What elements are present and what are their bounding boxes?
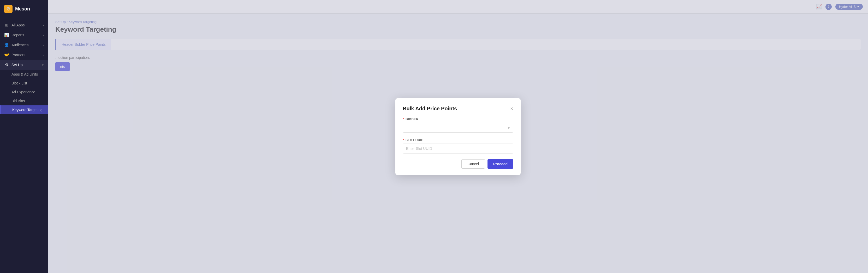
chevron-right-icon: › <box>43 24 44 27</box>
all-apps-label: All Apps <box>11 23 25 27</box>
partners-icon: 🤝 <box>4 53 9 57</box>
slot-uuid-label: * Slot UUID <box>403 138 513 142</box>
sidebar-item-audiences[interactable]: 👤 Audiences › <box>0 40 48 50</box>
sidebar-item-partners[interactable]: 🤝 Partners › <box>0 50 48 60</box>
sidebar-item-setup[interactable]: ⚙ Set Up ∨ <box>0 60 48 70</box>
chevron-down-icon-setup: ∨ <box>42 63 44 67</box>
block-list-label: Block List <box>11 81 27 85</box>
chevron-right-icon-audiences: › <box>43 44 44 47</box>
audiences-label: Audiences <box>11 43 28 47</box>
audience-icon: 👤 <box>4 43 9 47</box>
bidder-field-group: * BIDDER ∨ <box>403 117 513 133</box>
modal-footer: Cancel Proceed <box>403 159 513 169</box>
sidebar-sub-apps-ad-units[interactable]: Apps & Ad Units <box>0 70 48 79</box>
logo-text: Meson <box>15 6 30 12</box>
bidder-required-star: * <box>403 117 404 121</box>
logo-icon: ⚙ <box>4 5 12 13</box>
ad-experience-label: Ad Experience <box>11 90 35 94</box>
proceed-button[interactable]: Proceed <box>488 159 513 169</box>
sidebar-logo: ⚙ Meson <box>0 0 48 18</box>
modal-close-button[interactable]: × <box>510 106 513 111</box>
chevron-right-icon-reports: › <box>43 33 44 36</box>
slot-uuid-field-group: * Slot UUID <box>403 138 513 154</box>
cancel-button[interactable]: Cancel <box>461 159 485 169</box>
partners-label: Partners <box>11 53 25 57</box>
sidebar-nav: ⊞ All Apps › 📊 Reports › 👤 Audiences › 🤝… <box>0 18 48 116</box>
bidder-label: * BIDDER <box>403 117 513 121</box>
apps-ad-units-label: Apps & Ad Units <box>11 72 38 76</box>
chevron-right-icon-partners: › <box>43 53 44 56</box>
modal-header: Bulk Add Price Points × <box>403 106 513 112</box>
setup-label: Set Up <box>11 63 23 67</box>
slot-uuid-required-star: * <box>403 138 404 142</box>
bidder-select-wrapper: ∨ <box>403 122 513 133</box>
reports-label: Reports <box>11 33 24 37</box>
keyword-targeting-label: Keyword Targeting <box>12 108 42 112</box>
modal-overlay: Bulk Add Price Points × * BIDDER ∨ * <box>48 0 868 273</box>
bidder-select[interactable] <box>403 122 513 133</box>
main-content: 📈 ? Hyder Ali S ▾ Set Up / Keyword Targe… <box>48 0 868 273</box>
sidebar-sub-block-list[interactable]: Block List <box>0 79 48 88</box>
chart-icon: 📊 <box>4 33 9 37</box>
sidebar-sub-bid-bins[interactable]: Bid Bins <box>0 97 48 105</box>
sidebar-item-reports[interactable]: 📊 Reports › <box>0 30 48 40</box>
grid-icon: ⊞ <box>4 23 9 27</box>
sidebar-sub-ad-experience[interactable]: Ad Experience <box>0 88 48 97</box>
modal-title: Bulk Add Price Points <box>403 106 457 112</box>
slot-uuid-input[interactable] <box>403 143 513 154</box>
sidebar: ⚙ Meson ⊞ All Apps › 📊 Reports › 👤 Audie… <box>0 0 48 273</box>
modal: Bulk Add Price Points × * BIDDER ∨ * <box>395 98 521 175</box>
sidebar-sub-keyword-targeting[interactable]: Keyword Targeting <box>0 105 48 114</box>
setup-icon: ⚙ <box>4 62 9 67</box>
sidebar-item-all-apps[interactable]: ⊞ All Apps › <box>0 20 48 30</box>
bid-bins-label: Bid Bins <box>11 99 25 103</box>
